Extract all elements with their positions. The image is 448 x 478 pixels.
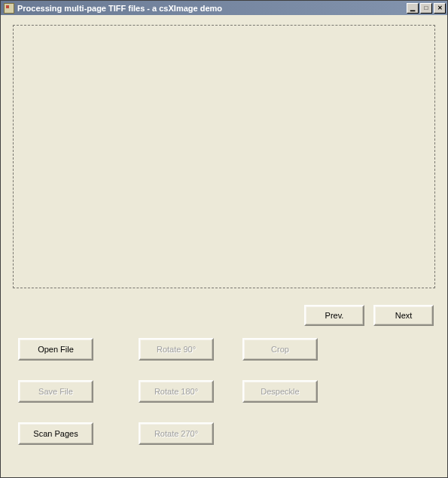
scan-pages-label: Scan Pages — [33, 429, 78, 438]
rotate-180-label: Rotate 180° — [154, 387, 198, 396]
rotate-90-label: Rotate 90° — [157, 345, 196, 354]
titlebar: Processing multi-page TIFF files - a csX… — [1, 1, 447, 15]
rotate-180-button[interactable]: Rotate 180° — [139, 380, 214, 403]
open-file-button[interactable]: Open File — [18, 338, 93, 361]
rotate-270-button[interactable]: Rotate 270° — [139, 422, 214, 445]
scan-pages-button[interactable]: Scan Pages — [18, 422, 93, 445]
close-icon: ✕ — [437, 5, 443, 11]
prev-button[interactable]: Prev. — [304, 305, 364, 326]
save-file-label: Save File — [38, 387, 73, 396]
despeckle-button[interactable]: Despeckle — [242, 380, 318, 403]
main-window: Processing multi-page TIFF files - a csX… — [0, 0, 448, 478]
client-area: Prev. Next Open File Save File Scan Page… — [2, 16, 446, 476]
despeckle-label: Despeckle — [261, 387, 299, 396]
app-icon — [4, 3, 14, 14]
maximize-button[interactable]: □ — [420, 3, 432, 14]
save-file-button[interactable]: Save File — [18, 380, 93, 403]
rotate-270-label: Rotate 270° — [154, 429, 198, 438]
next-button-label: Next — [395, 311, 413, 320]
image-preview-panel — [13, 25, 435, 288]
rotate-90-button[interactable]: Rotate 90° — [139, 338, 214, 361]
close-button[interactable]: ✕ — [434, 3, 446, 14]
crop-label: Crop — [271, 345, 289, 354]
minimize-button[interactable]: ▁ — [407, 3, 419, 14]
minimize-icon: ▁ — [410, 5, 415, 11]
maximize-icon: □ — [425, 5, 428, 11]
window-title: Processing multi-page TIFF files - a csX… — [17, 4, 405, 13]
prev-button-label: Prev. — [325, 311, 344, 320]
crop-button[interactable]: Crop — [242, 338, 318, 361]
next-button[interactable]: Next — [373, 305, 434, 326]
open-file-label: Open File — [38, 345, 74, 354]
